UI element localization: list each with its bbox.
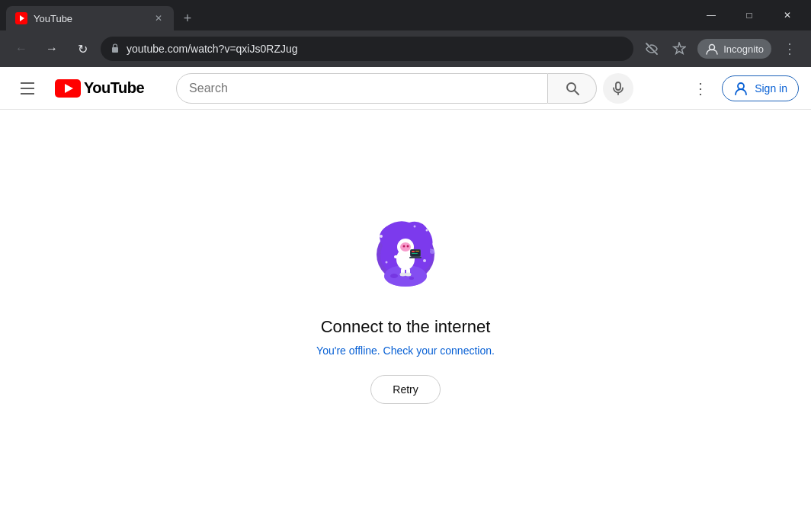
svg-rect-25 [412,251,415,252]
error-title: Connect to the internet [321,317,491,337]
svg-point-10 [738,83,744,89]
youtube-logo-text: YouTube [84,79,144,97]
youtube-search-bar [176,73,633,104]
svg-point-20 [407,245,409,248]
youtube-logo-icon [55,79,81,98]
error-subtitle-text: You're offline. Check your connection. [316,345,495,357]
minimize-button[interactable]: — [694,3,729,27]
hamburger-line [21,88,34,89]
more-options-button[interactable]: ⋮ [685,73,716,104]
svg-point-29 [380,235,383,238]
forward-button[interactable]: → [40,37,64,61]
tab-title: YouTube [34,13,146,24]
back-button[interactable]: ← [9,37,34,61]
window-controls: — □ ✕ [694,3,805,27]
youtube-logo[interactable]: YouTube [55,79,144,98]
header-right-section: ⋮ Sign in [685,73,799,104]
tab-bar: YouTube ✕ + [6,0,688,30]
svg-point-15 [409,277,414,280]
maximize-button[interactable]: □ [732,3,767,27]
lock-icon [110,43,120,56]
error-subtitle: You're offline. Check your connection. [316,345,495,357]
microphone-icon [611,81,626,96]
svg-rect-28 [409,257,422,258]
svg-point-30 [426,229,428,232]
active-tab[interactable]: YouTube ✕ [6,6,174,30]
sign-in-label: Sign in [755,82,787,95]
retry-button[interactable]: Retry [370,375,440,404]
search-input[interactable] [189,82,535,95]
youtube-app: YouTube [0,67,811,532]
toolbar-icons [640,37,691,61]
search-icon [565,81,580,96]
svg-rect-8 [616,82,620,90]
hamburger-line [21,82,34,84]
hamburger-menu-button[interactable] [12,73,43,104]
svg-point-19 [403,245,406,248]
svg-rect-21 [394,255,399,258]
close-button[interactable]: ✕ [770,3,805,27]
error-content: Connect to the internet You're offline. … [0,110,811,532]
title-bar: YouTube ✕ + — □ ✕ [0,0,811,30]
new-tab-button[interactable]: + [177,8,198,29]
person-icon [733,81,748,96]
privacy-icon-button[interactable] [640,37,664,61]
address-input-container[interactable]: youtube.com/watch?v=qxiJs0RZJug [101,37,633,61]
svg-point-38 [406,273,412,277]
svg-point-14 [390,274,398,278]
browser-menu-button[interactable]: ⋮ [777,37,802,61]
svg-point-33 [414,226,416,228]
tab-close-button[interactable]: ✕ [152,12,165,24]
address-text: youtube.com/watch?v=qxiJs0RZJug [127,43,624,55]
svg-point-32 [423,259,426,262]
tab-favicon [15,12,27,24]
voice-search-button[interactable] [603,73,633,104]
bookmark-button[interactable] [667,37,691,61]
offline-illustration [360,207,451,299]
sign-in-button[interactable]: Sign in [722,75,799,101]
svg-rect-2 [112,47,118,53]
incognito-label: Incognito [723,43,764,55]
svg-point-18 [400,242,411,252]
search-input-wrapper[interactable] [176,73,548,104]
search-button[interactable] [548,73,597,104]
address-bar: ← → ↻ youtube.com/watch?v=qxiJs0RZJug [0,30,811,67]
incognito-button[interactable]: Incognito [697,39,771,59]
browser-window: YouTube ✕ + — □ ✕ ← → ↻ [0,0,811,532]
hamburger-line [21,93,34,95]
reload-button[interactable]: ↻ [70,37,95,61]
svg-point-31 [386,261,388,264]
youtube-header: YouTube [0,67,811,110]
svg-rect-27 [412,253,418,254]
svg-line-7 [575,91,579,95]
svg-point-37 [400,273,406,277]
svg-rect-26 [415,251,419,252]
